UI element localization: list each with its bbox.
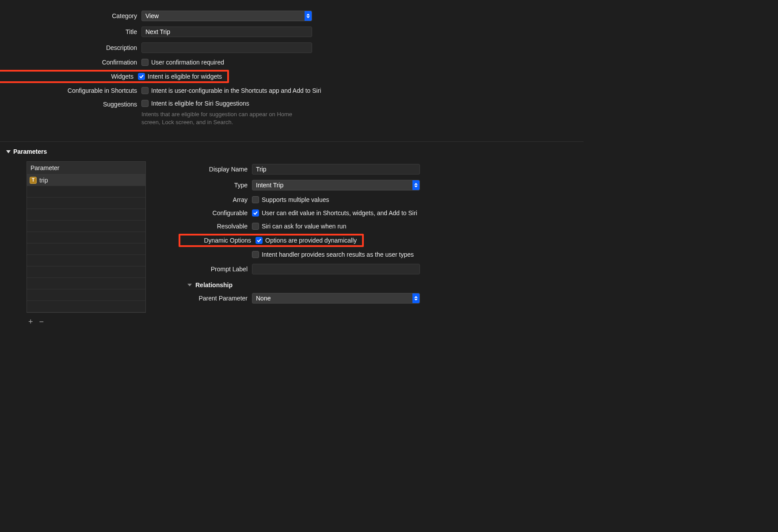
label-type: Type — [177, 182, 252, 189]
label-display-name: Display Name — [177, 166, 252, 173]
configurable-checkbox[interactable] — [252, 209, 259, 217]
row-dynamic-options: Dynamic Options Options are provided dyn… — [177, 233, 577, 248]
resolvable-check-label: Siri can ask for value when run — [262, 223, 346, 230]
label-description: Description — [0, 44, 141, 51]
table-row — [27, 301, 145, 312]
confirmation-check-label: User confirmation required — [151, 59, 224, 66]
widgets-check-label: Intent is eligible for widgets — [148, 73, 222, 80]
dynamic-options-highlight: Dynamic Options Options are provided dyn… — [179, 234, 364, 247]
disclosure-triangle-icon — [6, 150, 11, 153]
row-prompt-label: Prompt Label — [177, 261, 577, 277]
table-row — [27, 243, 145, 255]
row-parent-parameter: Parent Parameter None — [177, 290, 577, 306]
parameters-body: Parameter T trip + − Display Name — [0, 157, 584, 331]
table-row — [27, 186, 145, 198]
widgets-checkbox[interactable] — [138, 73, 145, 80]
row-shortcuts: Configurable in Shortcuts Intent is user… — [0, 84, 584, 97]
table-row — [27, 220, 145, 232]
parameter-row-trip[interactable]: T trip — [27, 175, 145, 186]
widgets-highlight: Widgets Intent is eligible for widgets — [0, 70, 229, 83]
title-input[interactable]: Next Trip — [141, 27, 312, 37]
updown-stepper-icon — [305, 11, 312, 21]
add-parameter-button[interactable]: + — [28, 317, 33, 327]
parameter-table-header: Parameter — [27, 162, 145, 175]
label-widgets: Widgets — [0, 73, 138, 80]
label-shortcuts: Configurable in Shortcuts — [0, 87, 141, 94]
row-type: Type Intent Trip — [177, 177, 577, 193]
table-row — [27, 255, 145, 266]
label-array: Array — [177, 196, 252, 203]
parent-parameter-popup[interactable]: None — [252, 293, 420, 304]
dynamic-options-checkbox[interactable] — [256, 237, 263, 244]
label-prompt-label: Prompt Label — [177, 266, 252, 273]
parameter-row-name: trip — [39, 177, 48, 184]
disclosure-triangle-icon — [187, 284, 192, 286]
display-name-input[interactable]: Trip — [252, 164, 420, 175]
description-input[interactable] — [141, 42, 312, 53]
table-row — [27, 198, 145, 209]
resolvable-checkbox[interactable] — [252, 223, 259, 230]
label-confirmation: Confirmation — [0, 59, 141, 66]
array-checkbox[interactable] — [252, 196, 259, 203]
type-popup[interactable]: Intent Trip — [252, 180, 420, 190]
intent-attributes-section: Category View Title Next Trip Descriptio… — [0, 0, 584, 141]
row-resolvable: Resolvable Siri can ask for value when r… — [177, 220, 577, 233]
configurable-check-label: User can edit value in Shortcuts, widget… — [262, 209, 417, 217]
row-confirmation: Confirmation User confirmation required — [0, 56, 584, 69]
shortcuts-check-label: Intent is user-configurable in the Short… — [151, 87, 321, 94]
row-display-name: Display Name Trip — [177, 161, 577, 177]
parameter-detail: Display Name Trip Type Intent Trip Array… — [177, 161, 577, 331]
row-title: Title Next Trip — [0, 24, 584, 40]
table-row — [27, 266, 145, 278]
label-title: Title — [0, 28, 141, 35]
row-description: Description — [0, 40, 584, 56]
shortcuts-checkbox[interactable] — [141, 87, 149, 94]
search-results-check-label: Intent handler provides search results a… — [262, 251, 414, 258]
label-configurable: Configurable — [177, 209, 252, 217]
label-category: Category — [0, 12, 141, 19]
type-badge-icon: T — [30, 177, 37, 184]
table-row — [27, 289, 145, 301]
row-array: Array Supports multiple values — [177, 193, 577, 206]
label-parent-parameter: Parent Parameter — [177, 295, 252, 302]
dynamic-options-check-label: Options are provided dynamically — [265, 237, 357, 244]
relationship-label: Relationship — [195, 281, 233, 289]
suggestions-check-label: Intent is eligible for Siri Suggestions — [151, 100, 249, 107]
label-suggestions: Suggestions — [0, 100, 141, 108]
table-row — [27, 209, 145, 220]
row-configurable: Configurable User can edit value in Shor… — [177, 206, 577, 220]
search-results-checkbox[interactable] — [252, 251, 259, 258]
table-row — [27, 278, 145, 289]
parameter-table-wrap: Parameter T trip + − — [27, 161, 146, 331]
updown-stepper-icon — [412, 293, 420, 303]
type-value: Intent Trip — [256, 182, 416, 189]
parameters-header-label: Parameters — [13, 148, 47, 155]
parent-parameter-value: None — [256, 295, 416, 302]
suggestions-checkbox[interactable] — [141, 100, 149, 107]
updown-stepper-icon — [412, 180, 420, 190]
array-check-label: Supports multiple values — [262, 196, 329, 203]
row-category: Category View — [0, 8, 584, 24]
prompt-label-input[interactable] — [252, 264, 420, 274]
category-value: View — [145, 12, 308, 19]
parameters-header[interactable]: Parameters — [0, 142, 584, 157]
parameter-table-footer: + − — [27, 313, 146, 331]
suggestions-help: Intents that are eligible for suggestion… — [141, 110, 309, 126]
label-dynamic-options: Dynamic Options — [180, 237, 256, 244]
category-popup[interactable]: View — [141, 11, 312, 21]
remove-parameter-button[interactable]: − — [39, 317, 44, 327]
parameter-table: Parameter T trip — [27, 161, 146, 313]
relationship-subsection[interactable]: Relationship — [177, 277, 577, 290]
row-suggestions: Suggestions Intent is eligible for Siri … — [0, 97, 584, 129]
row-widgets: Widgets Intent is eligible for widgets — [0, 69, 584, 84]
table-row — [27, 232, 145, 243]
label-resolvable: Resolvable — [177, 223, 252, 230]
row-search-results: Intent handler provides search results a… — [177, 248, 577, 261]
confirmation-checkbox[interactable] — [141, 59, 149, 66]
